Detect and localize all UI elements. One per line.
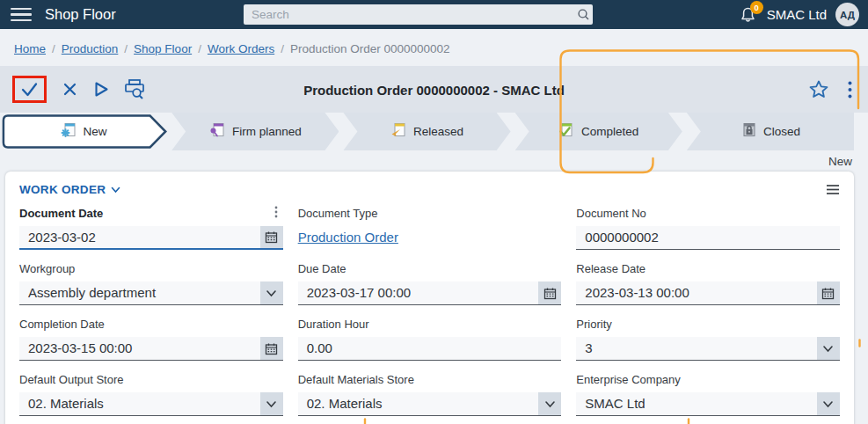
step-closed[interactable]: Closed [687, 113, 854, 150]
step-new[interactable]: New [0, 113, 167, 150]
breadcrumb-shop-floor[interactable]: Shop Floor [134, 42, 192, 55]
breadcrumb-home[interactable]: Home [14, 42, 46, 55]
step-released[interactable]: Released [343, 113, 510, 150]
notification-count-badge: 0 [750, 1, 763, 14]
field-release-date: Release Date 2023-03-13 00:00 [576, 262, 840, 305]
release-date-input[interactable]: 2023-03-13 00:00 [576, 281, 817, 305]
record-toolbar: Production Order 0000000002 - SMAC Ltd [0, 66, 868, 113]
work-order-form: Document Date 2023-03-02 Document Type P… [19, 207, 840, 416]
step-firm-planned[interactable]: Firm planned [171, 113, 339, 150]
user-avatar[interactable]: АД [835, 3, 859, 26]
new-document-icon [61, 122, 77, 141]
step-label: Closed [763, 125, 800, 138]
send-document-icon [390, 122, 406, 141]
section-header-work-order[interactable]: WORK ORDER [19, 183, 120, 196]
run-button[interactable] [91, 80, 110, 99]
confirm-button[interactable] [19, 80, 40, 99]
document-date-input[interactable]: 2023-03-02 [19, 226, 260, 250]
lock-document-icon [740, 122, 756, 141]
card-menu-icon[interactable] [826, 184, 840, 195]
chevron-down-icon[interactable] [260, 281, 283, 305]
breadcrumb: Home / Production / Shop Floor / Work Or… [0, 29, 868, 66]
field-workgroup: Workgroup Assembly department [19, 262, 283, 305]
work-order-card: WORK ORDER Document Date 2023-03-02 Docu… [5, 172, 854, 424]
calendar-icon[interactable] [260, 337, 283, 361]
field-default-materials-store: Default Materials Store 02. Materials [298, 373, 562, 416]
pin-document-icon [209, 122, 225, 141]
hamburger-menu-icon[interactable] [11, 8, 32, 21]
cancel-button[interactable] [62, 81, 78, 98]
completion-date-input[interactable]: 2023-03-15 00:00 [19, 337, 260, 361]
app-title: Shop Floor [45, 6, 116, 23]
page-title: Production Order 0000000002 - SMAC Ltd [303, 82, 565, 97]
check-document-icon [558, 122, 574, 141]
field-options-icon[interactable] [274, 206, 278, 218]
step-label: Released [413, 125, 463, 138]
step-label: New [84, 125, 107, 138]
document-no-input[interactable]: 0000000002 [576, 226, 840, 250]
chevron-down-icon[interactable] [538, 392, 561, 416]
priority-select[interactable]: 3 [576, 337, 817, 361]
print-preview-button[interactable] [123, 78, 147, 100]
calendar-icon[interactable] [817, 281, 840, 305]
top-app-bar: Shop Floor 0 SMAC Ltd АД [0, 0, 868, 29]
enterprise-company-select[interactable]: SMAC Ltd [576, 392, 817, 416]
current-status-label: New [828, 155, 852, 168]
field-duration-hour: Duration Hour 0.00 [298, 318, 562, 361]
field-document-type: Document Type Production Order [298, 207, 562, 250]
breadcrumb-production[interactable]: Production [62, 42, 119, 55]
kebab-menu-icon[interactable] [848, 81, 852, 99]
document-type-link[interactable]: Production Order [298, 226, 398, 245]
annotation-red-box [12, 76, 47, 103]
field-completion-date: Completion Date 2023-03-15 00:00 [19, 318, 283, 361]
field-document-date: Document Date 2023-03-02 [19, 207, 283, 250]
default-output-store-select[interactable]: 02. Materials [19, 392, 260, 416]
status-stepper: New Firm planned Released [0, 113, 868, 150]
search-icon[interactable] [573, 8, 593, 21]
chevron-down-icon[interactable] [817, 392, 840, 416]
chevron-down-icon[interactable] [260, 392, 283, 416]
duration-hour-input[interactable]: 0.00 [298, 337, 562, 361]
calendar-icon[interactable] [538, 281, 561, 305]
company-name[interactable]: SMAC Ltd [767, 7, 827, 22]
chevron-down-icon [111, 186, 120, 194]
field-default-output-store: Default Output Store 02. Materials [19, 373, 283, 416]
step-completed[interactable]: Completed [515, 113, 682, 150]
calendar-icon[interactable] [260, 226, 283, 250]
default-materials-store-select[interactable]: 02. Materials [298, 392, 539, 416]
field-due-date: Due Date 2023-03-17 00:00 [298, 262, 562, 305]
search-input[interactable] [244, 8, 573, 21]
due-date-input[interactable]: 2023-03-17 00:00 [298, 281, 539, 305]
breadcrumb-work-orders[interactable]: Work Orders [208, 42, 274, 55]
chevron-down-icon[interactable] [817, 337, 840, 361]
field-document-no: Document No 0000000002 [576, 207, 840, 250]
step-label: Completed [581, 125, 638, 138]
workgroup-select[interactable]: Assembly department [19, 281, 260, 305]
notifications-bell-icon[interactable]: 0 [739, 5, 758, 25]
field-enterprise-company: Enterprise Company SMAC Ltd [576, 373, 840, 416]
favorite-star-icon[interactable] [809, 80, 828, 99]
breadcrumb-current: Production Order 0000000002 [290, 42, 450, 55]
field-priority: Priority 3 [576, 318, 840, 361]
step-label: Firm planned [232, 125, 302, 138]
global-search[interactable] [244, 4, 593, 25]
